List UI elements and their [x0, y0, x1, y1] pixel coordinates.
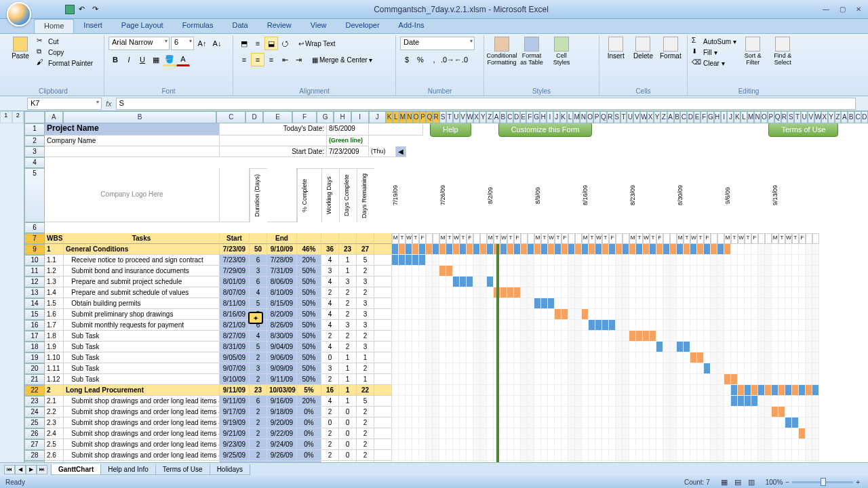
wd-cell[interactable]: 36 [321, 244, 339, 255]
col-header[interactable]: N [754, 111, 761, 123]
ribbon-tab-developer[interactable]: Developer [336, 19, 389, 33]
row-headers[interactable]: 1234567910111213141516171819202122232425… [24, 123, 45, 462]
bold-button[interactable]: B [108, 53, 122, 66]
col-header[interactable]: M [747, 111, 754, 123]
start-cell[interactable]: 9/05/09 [220, 352, 250, 363]
wbs-cell[interactable]: 1.6 [45, 309, 64, 320]
task-cell[interactable]: Submit bond and insurance documents [64, 266, 220, 277]
end-cell[interactable]: 7/28/09 [267, 255, 297, 266]
duration-cell[interactable]: 3 [250, 266, 267, 277]
view-break-button[interactable]: ▥ [745, 477, 757, 487]
task-cell[interactable]: Submit preliminary shop drawings [64, 309, 220, 320]
view-normal-button[interactable]: ▦ [718, 477, 730, 487]
col-header[interactable]: D [687, 111, 694, 123]
dc-cell[interactable]: 1 [339, 363, 357, 374]
pct-cell[interactable]: 50% [297, 363, 321, 374]
task-row[interactable]: 1.3 Prepare and submit project schedule8… [45, 277, 868, 287]
col-header[interactable]: R [433, 111, 439, 123]
cells-area[interactable]: Project NameToday's Date:8/5/2009HelpCus… [45, 123, 868, 462]
task-row[interactable]: 2Long Lead Procurement9/11/092310/03/095… [45, 385, 868, 396]
end-cell[interactable]: 9/22/09 [267, 428, 297, 439]
duration-cell[interactable]: 23 [250, 385, 267, 396]
col-header[interactable]: U [453, 111, 460, 123]
end-cell[interactable]: 9/04/09 [267, 342, 297, 352]
col-header[interactable]: F [292, 111, 316, 123]
task-cell[interactable]: Receive notice to proceed and sign contr… [64, 255, 220, 266]
align-top-button[interactable]: ⬒ [237, 37, 251, 50]
end-cell[interactable]: 8/06/09 [267, 277, 297, 287]
task-row[interactable]: 1.9 Sub Task8/31/0959/04/0950%423 [45, 342, 868, 352]
wbs-cell[interactable]: 2.6 [45, 450, 64, 461]
task-cell[interactable]: Submit shop drawings and order long lead… [64, 450, 220, 461]
col-header[interactable]: G [533, 111, 540, 123]
zoom-in-button[interactable]: + [856, 479, 860, 486]
col-header[interactable]: F [526, 111, 533, 123]
row-header[interactable]: 19 [24, 352, 45, 363]
ribbon-tab-add-ins[interactable]: Add-Ins [389, 19, 434, 33]
pct-cell[interactable]: 50% [297, 298, 321, 309]
start-cell[interactable]: 7/23/09 [220, 244, 250, 255]
wd-cell[interactable]: 2 [321, 428, 339, 439]
pct-cell[interactable]: 46% [297, 244, 321, 255]
start-cell[interactable]: 8/16/09 [220, 309, 250, 320]
dc-cell[interactable]: 3 [339, 320, 357, 331]
dc-cell[interactable]: 1 [339, 374, 357, 385]
col-header[interactable]: B [500, 111, 507, 123]
duration-cell[interactable]: 50 [250, 244, 267, 255]
ribbon-tab-data[interactable]: Data [222, 19, 257, 33]
row-header[interactable]: 11 [24, 266, 45, 277]
wbs-cell[interactable]: 2.4 [45, 428, 64, 439]
row-header[interactable]: 12 [24, 277, 45, 287]
row-header[interactable]: 4 [24, 157, 45, 168]
col-header[interactable]: Z [835, 111, 842, 123]
office-button[interactable] [7, 2, 31, 26]
col-header[interactable]: M [573, 111, 580, 123]
font-size-combo[interactable]: 6 [171, 37, 194, 50]
dr-cell[interactable]: 2 [357, 331, 374, 342]
fill-button[interactable]: ⬇Fill ▾ [692, 47, 736, 57]
end-cell[interactable]: 9/26/09 [267, 450, 297, 461]
duration-cell[interactable]: 2 [250, 439, 267, 450]
end-cell[interactable]: 9/24/09 [267, 439, 297, 450]
dr-cell[interactable]: 3 [357, 309, 374, 320]
row-header[interactable]: 28 [24, 450, 45, 461]
pct-cell[interactable]: 0% [297, 439, 321, 450]
col-header[interactable]: K [386, 111, 393, 123]
col-header[interactable]: N [406, 111, 413, 123]
col-header[interactable]: P [420, 111, 427, 123]
grid-row[interactable]: Project NameToday's Date:8/5/2009HelpCus… [45, 123, 868, 136]
row-header[interactable]: 22 [24, 385, 45, 396]
currency-button[interactable]: $ [400, 53, 414, 66]
paste-button[interactable]: Paste [7, 37, 34, 60]
wbs-cell[interactable]: 2.1 [45, 396, 64, 407]
col-header[interactable]: C [854, 111, 861, 123]
pct-cell[interactable]: 50% [297, 277, 321, 287]
task-cell[interactable]: Sub Task [64, 331, 220, 342]
fill-color-button[interactable]: 🪣 [163, 53, 176, 66]
col-header[interactable]: D [513, 111, 520, 123]
merge-center-button[interactable]: ▦Merge & Center ▾ [312, 53, 372, 66]
end-cell[interactable]: 8/26/09 [267, 320, 297, 331]
sheet-nav-prev[interactable]: ◀ [15, 465, 26, 474]
end-cell[interactable]: 9/10/09 [267, 244, 297, 255]
col-header[interactable]: X [473, 111, 480, 123]
scroll-left-button[interactable]: ◀ [396, 146, 406, 157]
minimize-button[interactable]: — [821, 5, 831, 14]
comma-button[interactable]: , [427, 53, 441, 66]
task-cell[interactable]: Submit shop drawings and order long lead… [64, 439, 220, 450]
format-as-table-button[interactable]: Format as Table [518, 37, 545, 66]
duration-cell[interactable]: 2 [250, 352, 267, 363]
end-cell[interactable]: 8/20/09 [267, 309, 297, 320]
dr-cell[interactable]: 3 [357, 277, 374, 287]
duration-cell[interactable]: 3 [250, 363, 267, 374]
sheet-nav-first[interactable]: ⏮ [4, 465, 15, 474]
wd-cell[interactable]: 4 [321, 342, 339, 352]
col-header[interactable]: L [741, 111, 747, 123]
col-header[interactable]: V [808, 111, 814, 123]
outline-level-2[interactable]: 2 [12, 111, 24, 123]
col-header[interactable]: O [587, 111, 593, 123]
dr-cell[interactable]: 1 [357, 352, 374, 363]
col-header[interactable]: W [467, 111, 473, 123]
grid-row[interactable] [45, 157, 868, 168]
duration-cell[interactable]: 2 [250, 428, 267, 439]
